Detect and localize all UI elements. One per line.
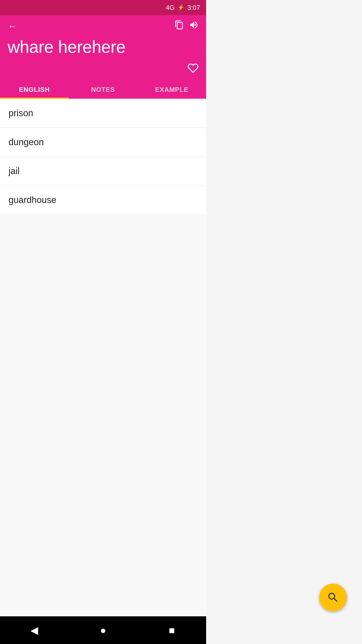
nav-back-button[interactable]: ◀ [27,623,42,638]
header-top-row: ← [8,20,199,32]
battery-icon: ⚡ [177,4,184,11]
heart-icon [188,63,199,74]
status-bar: 4G ⚡ 3:07 [0,0,206,15]
tab-english[interactable]: ENGLISH [0,80,69,98]
word-title: whare herehere [8,37,199,57]
tab-notes[interactable]: NOTES [69,80,137,98]
header: ← whare herehere [0,15,206,80]
definitions-list: prison dungeon jail guardhouse [0,99,206,644]
nav-home-button[interactable]: ● [96,623,111,638]
copy-button[interactable] [174,20,184,32]
definition-item[interactable]: dungeon [0,128,206,157]
nav-recents-button[interactable]: ■ [164,623,179,638]
sound-icon [189,20,199,30]
definition-item[interactable]: prison [0,99,206,128]
copy-icon [174,20,184,30]
tab-example[interactable]: EXAMPLE [138,80,206,98]
nav-bar: ◀ ● ■ [0,616,206,644]
favorite-button[interactable] [188,63,199,76]
definition-item[interactable]: jail [0,157,206,186]
back-button[interactable]: ← [8,21,18,31]
sound-button[interactable] [189,20,199,32]
clock: 3:07 [187,4,200,12]
signal-indicator: 4G [166,4,175,12]
definition-item[interactable]: guardhouse [0,186,206,215]
header-actions [174,20,199,32]
tab-bar: ENGLISH NOTES EXAMPLE [0,80,206,99]
favorite-row [8,63,199,80]
